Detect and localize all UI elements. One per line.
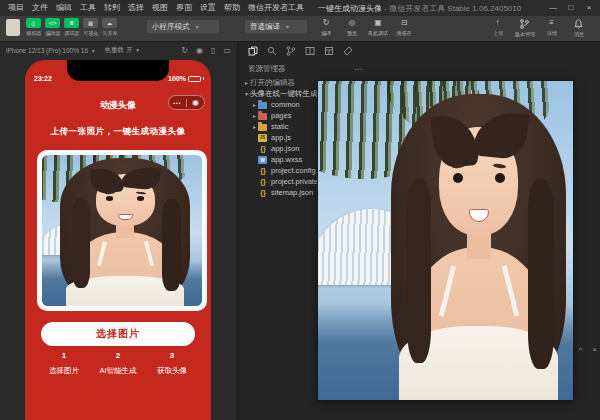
visualization-icon: ▦	[83, 18, 98, 28]
right-actions: ↑ 上传 版本管理 ≡ 详情 消	[484, 18, 592, 39]
user-avatar[interactable]	[6, 19, 20, 36]
avatar-preview-card[interactable]	[37, 150, 207, 311]
step-item: 2 AI智能生成	[91, 351, 145, 376]
anime-avatar-image	[42, 155, 202, 306]
menu-item[interactable]: 项目	[4, 0, 28, 16]
chevron-down-icon: ▾	[286, 23, 289, 30]
menu-item[interactable]: 视图	[148, 0, 172, 16]
tree-chevron-icon	[251, 123, 258, 130]
split-editor-icon[interactable]	[305, 46, 315, 56]
compile-dropdown[interactable]: 普通编译 ▾	[245, 20, 307, 33]
menu-item[interactable]: 选择	[124, 0, 148, 16]
menu-item[interactable]: 编辑	[52, 0, 76, 16]
close-panel-icon[interactable]: ×	[592, 345, 597, 354]
file-type-icon	[258, 145, 267, 153]
menu-item[interactable]: 设置	[196, 0, 220, 16]
minimize-button[interactable]: —	[546, 0, 560, 16]
choose-image-button[interactable]: 选择图片	[41, 322, 195, 346]
photo-preview-window	[318, 81, 573, 400]
preview-button[interactable]: ◎ 预览	[339, 18, 365, 38]
remote-debug-button[interactable]: ▣ 真机调试	[365, 18, 391, 38]
debugger-icon: ≣	[64, 18, 79, 28]
panel-controls: ^ ×	[579, 345, 597, 354]
mode-dropdown[interactable]: 小程序模式 ▾	[147, 20, 219, 33]
details-button[interactable]: ≡ 详情	[538, 18, 565, 39]
files-icon[interactable]	[248, 46, 258, 56]
woman-figure	[379, 94, 573, 400]
simulator-icon: ▯	[26, 18, 41, 28]
more-dots-icon[interactable]: •••	[169, 100, 186, 106]
refresh-icon[interactable]: ↻	[181, 46, 188, 55]
search-icon[interactable]	[267, 46, 277, 56]
simulator-panel: iPhone 12/13 (Pro) 100% 16 ▾ 热重载 开 ▾ ↻ ◉…	[0, 42, 238, 420]
preview-eye-icon: ◎	[349, 18, 356, 28]
clock: 23:22	[34, 75, 52, 82]
menu-item[interactable]: 工具	[76, 0, 100, 16]
menu-item[interactable]: 文件	[28, 0, 52, 16]
hot-reload-toggle[interactable]: 热重载 开 ▾	[105, 46, 141, 55]
simulator-tools: ↻ ◉ ▯ ▭	[181, 46, 231, 55]
git-branch-icon[interactable]	[286, 46, 296, 56]
version-control-button[interactable]: 版本管理	[511, 18, 538, 39]
cloud-dev-button[interactable]: ☁ 云开发	[100, 18, 119, 38]
tree-chevron-icon	[251, 112, 258, 119]
extensions-box-icon[interactable]	[324, 46, 334, 56]
chevron-down-icon: ▾	[92, 48, 95, 54]
device-selector[interactable]: iPhone 12/13 (Pro) 100% 16 ▾	[6, 47, 97, 54]
upload-button[interactable]: ↑ 上传	[484, 18, 511, 39]
bell-icon	[574, 19, 583, 29]
toolbar: ▯ 模拟器 </> 编辑器 ≣ 调试器 ▦ 可视化 ☁ 云开发 小程序模式 ▾ …	[0, 16, 600, 42]
visualization-button[interactable]: ▦ 可视化	[81, 18, 100, 38]
compile-button[interactable]: ↻ 编译	[313, 18, 339, 38]
close-button[interactable]: ×	[582, 0, 596, 16]
panel-icon[interactable]: ▭	[223, 46, 231, 55]
menu-item[interactable]: 界面	[172, 0, 196, 16]
more-actions-icon[interactable]: ⋯	[354, 65, 362, 74]
clear-cache-icon: ⊟	[401, 18, 408, 28]
menu-bar: 项目文件编辑工具转到选择视图界面设置帮助微信开发者工具	[4, 0, 308, 16]
npm-tools-icon[interactable]	[343, 46, 353, 56]
close-circle-icon[interactable]: ◉	[187, 96, 204, 109]
git-branch-icon	[520, 19, 529, 29]
step-item: 3 获取头像	[145, 351, 199, 376]
simulator-button[interactable]: ▯ 模拟器	[24, 18, 43, 38]
editor-icon: </>	[45, 18, 60, 28]
device-frame-icon[interactable]: ▯	[211, 46, 215, 55]
file-type-icon	[258, 167, 267, 175]
tree-chevron-icon	[251, 101, 258, 108]
collapse-panel-icon[interactable]: ^	[579, 345, 583, 354]
original-photo-image	[318, 81, 573, 400]
chevron-right-icon	[243, 79, 250, 86]
menu-item[interactable]: 微信开发者工具	[244, 0, 308, 16]
file-type-icon	[258, 189, 267, 197]
maximize-button[interactable]: □	[564, 0, 578, 16]
messages-button[interactable]: 消息	[565, 18, 592, 39]
girl-figure	[52, 158, 199, 306]
headline-text: 上传一张照片，一键生成动漫头像	[25, 126, 211, 138]
cloud-icon: ☁	[102, 18, 117, 28]
phone-notch	[67, 60, 169, 81]
explorer-header: 资源管理器 ⋯	[239, 60, 370, 77]
menu-item[interactable]: 转到	[100, 0, 124, 16]
editor-button[interactable]: </> 编辑器	[43, 18, 62, 38]
clear-cache-button[interactable]: ⊟ 清缓存	[391, 18, 417, 38]
file-type-icon	[258, 113, 267, 120]
battery-icon	[188, 76, 201, 82]
simulator-toolbar: iPhone 12/13 (Pro) 100% 16 ▾ 热重载 开 ▾ ↻ ◉…	[0, 42, 237, 59]
main-area: iPhone 12/13 (Pro) 100% 16 ▾ 热重载 开 ▾ ↻ ◉…	[0, 42, 600, 420]
debugger-button[interactable]: ≣ 调试器	[62, 18, 81, 38]
devtools-window: 项目文件编辑工具转到选择视图界面设置帮助微信开发者工具 一键生成动漫头像 - 微…	[0, 0, 600, 420]
titlebar: 项目文件编辑工具转到选择视图界面设置帮助微信开发者工具 一键生成动漫头像 - 微…	[0, 0, 600, 16]
window-controls: — □ ×	[546, 0, 596, 16]
menu-item[interactable]: 帮助	[220, 0, 244, 16]
record-icon[interactable]: ◉	[196, 46, 203, 55]
file-type-icon	[258, 134, 267, 142]
chevron-down-icon: ▾	[196, 23, 199, 30]
chevron-down-icon: ▾	[136, 47, 139, 53]
step-item: 1 选择图片	[37, 351, 91, 376]
chevron-down-icon: ▾	[243, 90, 250, 97]
file-type-icon	[258, 102, 267, 109]
file-type-icon	[258, 124, 267, 131]
capsule-menu[interactable]: ••• ◉	[168, 95, 205, 110]
activity-bar	[239, 42, 370, 60]
